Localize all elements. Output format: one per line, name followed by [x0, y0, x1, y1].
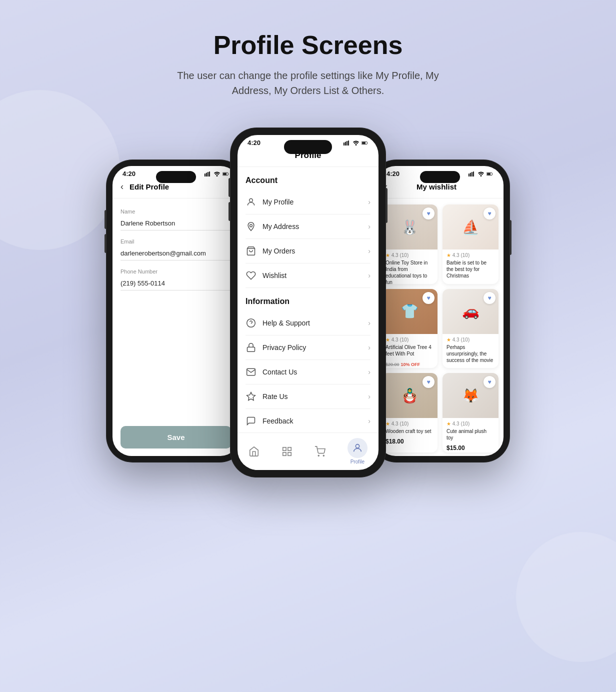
menu-item-my-address[interactable]: My Address ›: [246, 214, 370, 239]
phone-profile: 4:20 Profile Account: [230, 128, 386, 477]
svg-marker-20: [247, 392, 256, 400]
status-time-right: 4:20: [386, 170, 400, 178]
menu-item-contact[interactable]: Contact Us ›: [246, 360, 370, 384]
phone-input[interactable]: [120, 276, 232, 290]
wishlist-heart-button[interactable]: ♥: [422, 292, 434, 304]
page-header: Profile Screens The user can change the …: [168, 30, 448, 98]
edit-fields: Name Email Phone Number: [112, 198, 240, 426]
phone-wishlist: 4:20 ‹ My wishlist 🐰 ♥ ★ 4.3: [370, 160, 510, 462]
product-grid: 🐰 ♥ ★ 4.3 (10) Online Toy Store in India…: [376, 198, 504, 456]
profile-screen: 4:20 Profile Account: [238, 135, 378, 470]
svg-rect-9: [346, 141, 348, 146]
edit-profile-title: Edit Profile: [130, 182, 169, 191]
menu-label-feedback: Feedback: [262, 417, 293, 425]
profile-scroll-content: Account My Profile ›: [238, 167, 378, 432]
name-field-group: Name: [120, 208, 232, 230]
status-time-left: 4:20: [122, 170, 136, 178]
chevron-icon: ›: [368, 368, 370, 376]
nav-profile-label: Profile: [350, 459, 364, 464]
product-rating: ★ 4.3 (10): [446, 421, 494, 426]
svg-rect-23: [283, 452, 286, 455]
email-field-group: Email: [120, 238, 232, 260]
svg-rect-31: [473, 172, 474, 176]
phone-label: Phone Number: [120, 268, 232, 274]
product-card-0[interactable]: 🐰 ♥ ★ 4.3 (10) Online Toy Store in India…: [382, 204, 438, 284]
discount-badge: 10% OFF: [401, 362, 420, 367]
nav-cart[interactable]: [314, 446, 326, 457]
wishlist-screen: 4:20 ‹ My wishlist 🐰 ♥ ★ 4.3: [376, 166, 504, 456]
product-name: Barbie is set to be the best toy for Chr…: [446, 260, 494, 279]
star-icon: [246, 391, 256, 402]
product-card-4[interactable]: 🪆 ♥ ★ 4.3 (10) Wooden craft toy set $18.…: [382, 373, 438, 452]
product-card-2[interactable]: 👕 ♥ ★ 4.3 (10) Artificial Olive Tree 4 f…: [382, 289, 438, 368]
chevron-icon: ›: [368, 344, 370, 352]
menu-item-my-profile[interactable]: My Profile ›: [246, 190, 370, 214]
status-time-center: 4:20: [248, 139, 260, 146]
svg-rect-10: [348, 140, 349, 146]
nav-grid[interactable]: [282, 446, 292, 457]
menu-label-wishlist: Wishlist: [262, 272, 286, 280]
menu-label-contact: Contact Us: [262, 368, 297, 376]
product-rating: ★ 4.3 (10): [386, 421, 434, 426]
dynamic-island-right: [420, 171, 460, 183]
svg-rect-28: [468, 174, 470, 176]
name-label: Name: [120, 208, 232, 214]
feedback-icon: [246, 416, 256, 426]
heart-icon: [246, 270, 256, 281]
location-icon: [246, 221, 256, 232]
status-icons-left: [204, 172, 230, 176]
menu-item-wishlist[interactable]: Wishlist ›: [246, 264, 370, 288]
edit-profile-content: ‹ Edit Profile Name Email Phone Number: [112, 180, 240, 456]
page-subtitle: The user can change the profile settings…: [168, 68, 448, 98]
status-icons-right: [468, 172, 494, 176]
product-card-5[interactable]: 🦊 ♥ ★ 4.3 (10) Cute animal plush toy $15…: [442, 373, 498, 452]
chevron-icon: ›: [368, 392, 370, 400]
svg-rect-13: [362, 142, 366, 144]
menu-item-help[interactable]: Help & Support ›: [246, 311, 370, 336]
svg-rect-29: [470, 172, 471, 176]
product-name: Artificial Olive Tree 4 feet With Pot: [386, 344, 434, 357]
menu-item-my-orders[interactable]: My Orders ›: [246, 239, 370, 264]
wishlist-content: ‹ My wishlist 🐰 ♥ ★ 4.3 (10) Online Toy …: [376, 180, 504, 456]
current-price: $15.00: [446, 444, 465, 452]
menu-item-feedback[interactable]: Feedback ›: [246, 409, 370, 432]
svg-rect-21: [283, 447, 286, 450]
menu-item-rate[interactable]: Rate Us ›: [246, 384, 370, 409]
svg-rect-24: [288, 452, 291, 455]
wishlist-heart-button[interactable]: ♥: [422, 208, 434, 220]
product-card-1[interactable]: ⛵ ♥ ★ 4.3 (10) Barbie is set to be the b…: [442, 204, 498, 284]
svg-rect-8: [345, 142, 346, 146]
chevron-icon: ›: [368, 222, 370, 230]
product-rating: ★ 4.3 (10): [446, 252, 494, 258]
svg-point-27: [356, 444, 359, 448]
chevron-icon: ›: [368, 319, 370, 327]
product-name: Wooden craft toy set: [386, 428, 434, 434]
account-section-title: Account: [246, 167, 370, 190]
wishlist-heart-button[interactable]: ♥: [484, 292, 496, 304]
email-input[interactable]: [120, 246, 232, 260]
svg-point-25: [318, 455, 319, 456]
lock-icon: [246, 342, 256, 353]
original-price: $20.00: [386, 362, 400, 367]
chevron-icon: ›: [368, 272, 370, 280]
name-input[interactable]: [120, 216, 232, 230]
product-name: Perhaps unsurprisingly, the success of t…: [446, 344, 494, 364]
menu-label-my-orders: My Orders: [262, 247, 295, 255]
nav-profile[interactable]: Profile: [348, 438, 368, 464]
back-button[interactable]: ‹: [120, 182, 124, 192]
menu-label-help: Help & Support: [262, 319, 310, 327]
menu-item-privacy[interactable]: Privacy Policy ›: [246, 336, 370, 360]
bag-icon: [246, 246, 256, 256]
chevron-icon: ›: [368, 198, 370, 206]
product-name: Cute animal plush toy: [446, 428, 494, 441]
nav-profile-bg: [348, 438, 368, 458]
product-card-3[interactable]: 🚗 ♥ ★ 4.3 (10) Perhaps unsurprisingly, t…: [442, 289, 498, 368]
current-price: $18.00: [386, 438, 404, 445]
envelope-icon: [246, 366, 256, 378]
nav-home[interactable]: [248, 446, 260, 457]
svg-point-15: [250, 224, 252, 227]
wishlist-heart-button[interactable]: ♥: [484, 208, 496, 220]
save-button[interactable]: Save: [120, 426, 232, 448]
chevron-icon: ›: [368, 417, 370, 425]
info-section-title: Information: [246, 288, 370, 311]
